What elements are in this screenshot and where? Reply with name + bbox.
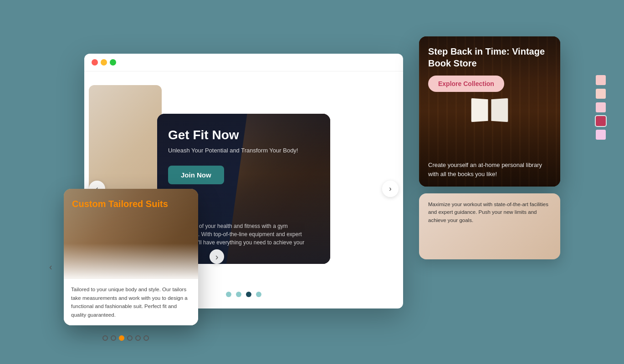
suits-card: Custom Tailored Suits Tailored to your u… <box>64 189 198 325</box>
suits-dot-5[interactable] <box>135 335 141 341</box>
dot-4[interactable] <box>256 292 261 297</box>
gym2-content: Maximize your workout with state-of-the-… <box>419 193 560 232</box>
bookstore-content: Step Back in Time: Vintage Book Store Ex… <box>419 36 560 97</box>
gym-card-title: Get Fit Now <box>168 127 319 143</box>
color-swatches-panel <box>596 75 606 140</box>
suits-dot-3[interactable] <box>119 335 124 341</box>
gym2-text: Maximize your workout with state-of-the-… <box>428 201 551 224</box>
suits-body-text: Tailored to your unique body and style. … <box>71 285 191 319</box>
gym2-card: Maximize your workout with state-of-the-… <box>419 193 560 259</box>
traffic-light-yellow[interactable] <box>101 59 107 66</box>
swatch-2[interactable] <box>596 89 606 99</box>
browser-titlebar <box>84 54 403 71</box>
bookstore-body-text: Create yourself an at-home personal libr… <box>428 161 551 178</box>
traffic-light-green[interactable] <box>110 59 116 66</box>
dot-2[interactable] <box>236 292 241 297</box>
suits-title: Custom Tailored Suits <box>72 198 168 210</box>
dot-3[interactable] <box>246 292 251 297</box>
bookstore-title: Step Back in Time: Vintage Book Store <box>428 46 551 69</box>
swatch-3[interactable] <box>596 102 606 112</box>
suits-next-button[interactable]: › <box>210 249 224 264</box>
open-book-icon <box>471 96 508 124</box>
suits-footer: Tailored to your unique body and style. … <box>64 279 198 325</box>
traffic-light-red[interactable] <box>92 59 98 66</box>
dot-1[interactable] <box>226 292 231 297</box>
gym-card-content: Get Fit Now Unleash Your Potential and T… <box>157 114 330 198</box>
bookstore-card: Step Back in Time: Vintage Book Store Ex… <box>419 36 560 187</box>
suits-dot-6[interactable] <box>143 335 149 341</box>
explore-collection-button[interactable]: Explore Collection <box>428 76 504 92</box>
suits-carousel-dots <box>102 335 149 341</box>
swatch-4-active[interactable] <box>596 116 606 126</box>
carousel-next-button[interactable]: › <box>382 181 399 197</box>
suits-dot-1[interactable] <box>102 335 108 341</box>
suits-dot-2[interactable] <box>111 335 116 341</box>
carousel-dots <box>226 292 261 297</box>
suits-prev-button[interactable]: ‹ <box>49 262 52 272</box>
book-right-page <box>491 98 508 122</box>
suits-dot-4[interactable] <box>127 335 133 341</box>
swatch-5[interactable] <box>596 130 606 140</box>
book-left-page <box>471 98 488 122</box>
join-now-button[interactable]: Join Now <box>168 166 224 184</box>
gym-card-subtitle: Unleash Your Potential and Transform You… <box>168 147 319 155</box>
swatch-1[interactable] <box>596 75 606 85</box>
